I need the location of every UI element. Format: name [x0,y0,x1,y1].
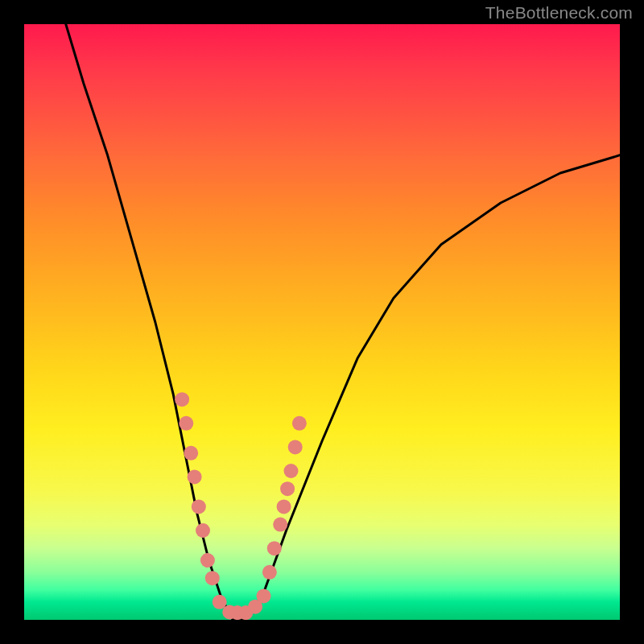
plot-area [24,24,620,620]
data-point [200,553,215,568]
data-point [262,565,277,580]
data-point [273,518,287,532]
data-point [192,499,206,514]
data-point [280,481,295,496]
data-point [288,440,303,454]
data-point [257,588,271,603]
data-point [175,392,189,407]
data-point [267,541,282,555]
bottleneck-curve [66,24,620,620]
watermark-text: TheBottleneck.com [485,3,633,23]
chart-frame: TheBottleneck.com [0,0,644,644]
data-point [277,499,291,514]
data-point [292,416,307,431]
data-point [188,469,202,484]
data-points [175,392,307,620]
data-point [284,464,299,478]
data-point [196,523,210,538]
data-point [205,571,220,585]
data-point [184,446,198,460]
data-point [179,416,193,431]
curve-layer [24,24,620,620]
